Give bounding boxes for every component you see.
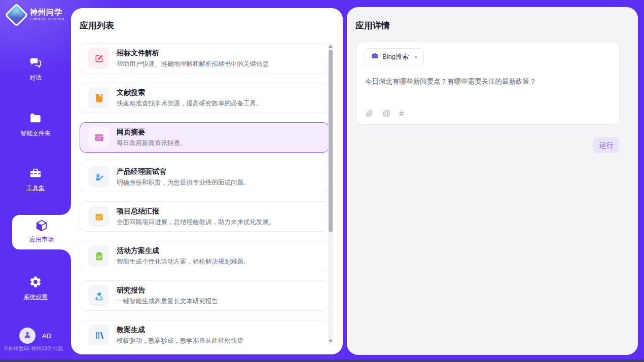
sidebar-item-smart-folder[interactable]: 智能文件夹	[0, 112, 71, 138]
cube-icon	[35, 225, 48, 234]
app-card-project-summary[interactable]: 项目总结汇报 全面回顾项目进展，总结经验教训，助力未来优化发展。	[80, 201, 329, 232]
sidebar-item-label: 系统设置	[0, 293, 71, 302]
lesson-plan-icon	[88, 324, 110, 345]
app-window: 神州问学 Smart Vision 对话 智能文件夹 工具集	[0, 0, 644, 362]
copyright-footer: ©神州数码·神州问学出品	[4, 345, 63, 352]
app-list-title: 应用列表	[80, 20, 114, 31]
webpage-summary-icon	[88, 127, 110, 148]
scrollbar-up-arrow[interactable]	[328, 43, 333, 49]
logo-diamond-icon	[5, 3, 28, 27]
bubble-fillet-bottom	[61, 249, 71, 260]
app-desc: 明确身份和职责，为您提供专业性的面试问题。	[117, 178, 250, 187]
chat-icon	[29, 62, 42, 70]
app-desc: 智能生成个性化活动方案，轻松解决规划难题。	[117, 258, 250, 266]
app-desc: 每日政府新闻资讯快查。	[117, 139, 187, 148]
briefcase-icon	[371, 52, 379, 62]
logo-title: 神州问学	[30, 8, 65, 17]
run-button[interactable]: 运行	[593, 137, 619, 153]
user-initials: AD	[42, 332, 51, 340]
sidebar-item-label: 对话	[0, 74, 71, 82]
app-card-research-report[interactable]: 研究报告 一键智能生成高质量长文本研究报告	[80, 280, 329, 311]
research-report-icon	[88, 285, 110, 306]
app-desc: 快速精准查找学术资源，提高研究效率的必备工具。	[117, 99, 263, 108]
literature-search-icon	[88, 87, 110, 108]
user-avatar-icon	[23, 330, 32, 341]
gear-icon	[29, 281, 42, 290]
sidebar-item-toolset[interactable]: 工具集	[0, 166, 71, 193]
sidebar-item-settings[interactable]: 系统设置	[0, 275, 71, 302]
sidebar-item-label: 应用市场	[12, 235, 71, 244]
app-name: 网页摘要	[117, 128, 187, 137]
app-card-webpage-summary[interactable]: 网页摘要 每日政府新闻资讯快查。	[80, 122, 329, 153]
app-name: 活动方案生成	[117, 246, 250, 256]
activity-plan-icon	[88, 245, 110, 267]
app-desc: 模板驱动，教案秒成，教学准备从此轻松快捷	[117, 337, 243, 345]
app-card-literature-search[interactable]: 文献搜索 快速精准查找学术资源，提高研究效率的必备工具。	[80, 83, 329, 113]
hashtag-icon[interactable]: #	[399, 110, 404, 118]
scrollbar-down-arrow[interactable]	[328, 338, 333, 344]
tender-parse-icon	[88, 48, 110, 69]
sidebar-item-label: 工具集	[0, 184, 71, 193]
toolbox-icon	[29, 172, 42, 181]
list-scrollbar[interactable]	[328, 43, 333, 344]
app-desc: 全面回顾项目进展，总结经验教训，助力未来优化发展。	[117, 218, 275, 227]
composer-toolbar: @ #	[365, 109, 404, 118]
bottom-bar	[0, 359, 644, 362]
app-desc: 一键智能生成高质量长文本研究报告	[117, 297, 218, 306]
app-card-activity-plan[interactable]: 活动方案生成 智能生成个性化活动方案，轻松解决规划难题。	[80, 241, 329, 271]
app-name: 招标文件解析	[117, 49, 269, 58]
bubble-fillet-top	[61, 205, 71, 215]
tool-chip-label: Bing搜索	[382, 52, 409, 61]
paperclip-icon[interactable]	[365, 109, 374, 118]
folder-icon	[29, 118, 42, 126]
pm-interviewer-icon	[88, 166, 110, 188]
sidebar-item-label: 智能文件夹	[0, 129, 71, 138]
app-name: 研究报告	[117, 286, 218, 295]
app-card-lesson-plan[interactable]: 教案生成 模板驱动，教案秒成，教学准备从此轻松快捷	[80, 320, 329, 345]
project-summary-icon	[88, 206, 110, 227]
app-name: 文献搜索	[117, 88, 263, 97]
logo-subtitle: Smart Vision	[30, 17, 65, 22]
mention-icon[interactable]: @	[382, 110, 390, 118]
app-name: 产品经理面试官	[117, 167, 250, 176]
app-name: 项目总结汇报	[117, 207, 275, 216]
app-logo: 神州问学 Smart Vision	[8, 7, 65, 23]
sidebar-item-chat[interactable]: 对话	[0, 56, 71, 82]
app-list-panel: 应用列表 招标文件解析 帮助用户快速、准确地理解和解析招标书中的关键信息 文献搜…	[71, 8, 343, 354]
chip-close-icon[interactable]: ×	[414, 53, 418, 61]
app-detail-title: 应用详情	[355, 20, 390, 31]
prompt-composer[interactable]: Bing搜索 × 今日湖北有哪些新闻要点？有哪些需要关注的最新政策？ @ #	[356, 42, 620, 125]
app-name: 教案生成	[117, 325, 243, 335]
avatar	[19, 328, 35, 344]
app-card-tender-parse[interactable]: 招标文件解析 帮助用户快速、准确地理解和解析招标书中的关键信息	[80, 43, 329, 74]
user-account[interactable]: AD	[19, 328, 51, 344]
app-desc: 帮助用户快速、准确地理解和解析招标书中的关键信息	[117, 60, 269, 68]
app-list-scroll-area: 招标文件解析 帮助用户快速、准确地理解和解析招标书中的关键信息 文献搜索 快速精…	[80, 43, 329, 345]
app-detail-panel: 应用详情 Bing搜索 × 今日湖北有哪些新闻要点？有哪些需要关注的最新政策？ …	[347, 7, 638, 355]
scrollbar-thumb[interactable]	[329, 50, 333, 232]
sidebar: 神州问学 Smart Vision 对话 智能文件夹 工具集	[0, 0, 71, 359]
app-card-pm-interviewer[interactable]: 产品经理面试官 明确身份和职责，为您提供专业性的面试问题。	[80, 162, 329, 192]
tool-chip-bing-search[interactable]: Bing搜索 ×	[365, 48, 424, 65]
query-input[interactable]: 今日湖北有哪些新闻要点？有哪些需要关注的最新政策？	[365, 77, 611, 87]
sidebar-item-app-market[interactable]: 应用市场	[12, 215, 71, 249]
